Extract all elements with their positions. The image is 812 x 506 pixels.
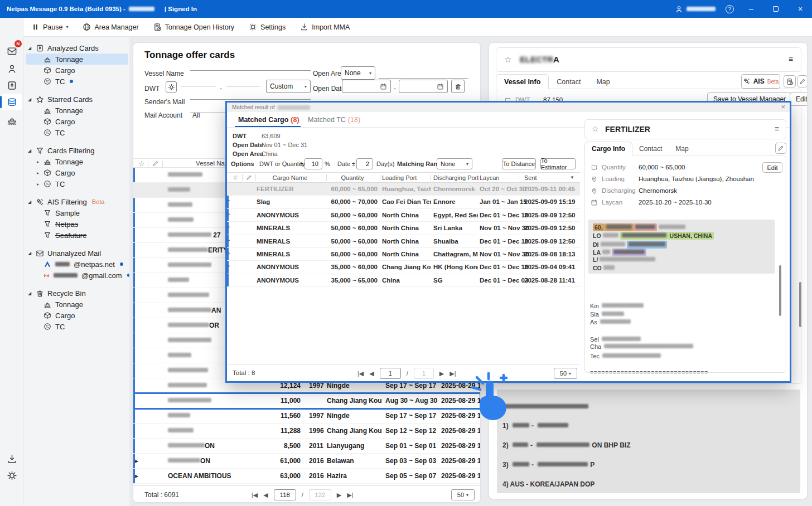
quantity-tolerance-input[interactable]: 10 [304,158,322,169]
clear-dates-button[interactable] [451,80,465,93]
expander-icon[interactable]: ◢ [28,200,32,205]
maximize-button[interactable] [768,2,783,16]
expand-arrow-icon[interactable]: ▶ [227,225,230,228]
minimize-button[interactable]: – [744,2,758,16]
rail-vessels-button[interactable] [2,111,22,128]
expand-arrow-icon[interactable]: ▶ [135,459,138,464]
edit-button[interactable]: Edit [762,162,782,173]
star-column-icon[interactable]: ☆ [138,159,145,168]
sidebar-item-tc[interactable]: TC [23,76,129,87]
expander-icon[interactable]: ◢ [28,46,32,51]
vessel-name-input[interactable] [190,60,311,71]
discharging-port-header[interactable]: Discharging Port [433,174,478,181]
sidebar-section-recycle-bin[interactable]: ◢Recycle Bin [23,288,129,299]
close-button[interactable]: × [793,2,808,16]
tab-contact[interactable]: Contact [632,142,669,155]
sidebar-item-sample[interactable]: Sample [23,207,129,218]
to-distance-button[interactable]: To Distance [502,158,536,169]
prev-page-button[interactable]: ◀ [263,492,268,499]
tab-matched-cargo[interactable]: Matched Cargo(8) [238,116,299,124]
cargo-row[interactable]: ▶Slag60,000 ~ 70,000Cao Fei Dian Termi..… [227,196,580,208]
sidebar-section-unanalyzed-mail[interactable]: ◢Unanalyzed Mail [23,247,129,259]
note-column-icon[interactable] [246,174,252,181]
sidebar-item-tc[interactable]: TC [23,127,129,138]
toolbar-tonnage-open-history-button[interactable]: Tonnage Open History [153,23,234,31]
first-page-button[interactable]: |◀ [252,492,258,499]
loading-port-header[interactable]: Loading Port [382,174,417,181]
next-page-button[interactable]: ▶ [439,370,444,377]
toolbar-pause-button[interactable]: Pause▾ [31,23,68,31]
sidebar-item--gmail-com[interactable]: @gmail.com [23,270,129,281]
cargo-name-header[interactable]: Cargo Name [257,174,323,181]
collapsed-arrow-icon[interactable]: ▸ [37,159,39,164]
open-date-from-input[interactable] [342,80,391,93]
open-area-select[interactable]: None▾ [341,66,375,80]
scrollbar-thumb[interactable] [779,265,781,316]
cargo-row[interactable]: ANONYMOUS35,000 ~ 65,000ChinaSGDec 01 ~ … [227,274,580,287]
expand-arrow-icon[interactable]: ▶ [227,212,230,216]
table-row[interactable]: 11,2881996Chang Jiang KouSep 12 ~ Sep 12… [133,424,481,439]
tab-contact[interactable]: Contact [549,75,588,89]
sidebar-item-cargo[interactable]: Cargo [23,116,129,127]
rail-settings-button[interactable] [2,467,22,484]
sidebar-section-starred-cards[interactable]: ◢Starred Cards [23,94,129,105]
sidebar-item-tonnage[interactable]: Tonnage [26,53,128,65]
last-page-button[interactable]: ▶| [347,492,353,499]
expand-arrow-icon[interactable]: ▶ [135,474,138,479]
star-icon[interactable]: ☆ [592,124,599,133]
collapsed-arrow-icon[interactable]: ▸ [37,182,39,187]
cargo-row[interactable]: FERTILIZER60,000 ~ 65,000Huanghua, Taizh… [227,183,580,196]
menu-icon[interactable]: ≡ [789,55,793,64]
toolbar-area-manager-button[interactable]: Area Manager [83,23,138,31]
sidebar-item-cargo[interactable]: Cargo [23,310,129,321]
toolbar-settings-button[interactable]: Settings [249,23,286,31]
expand-arrow-icon[interactable]: ▶ [227,264,230,267]
sidebar-item-seafuture[interactable]: Seafuture [23,230,129,241]
modal-close-icon[interactable]: × [781,103,785,111]
senders-mail-input[interactable] [190,89,311,100]
sidebar-item-netpas[interactable]: Netpas [23,218,129,230]
current-page-input[interactable]: 1 [380,368,401,379]
expand-arrow-icon[interactable]: ▶ [227,198,230,202]
page-size-select[interactable]: 50 ▾ [451,489,475,500]
cargo-row[interactable]: ▶ANONYMOUS35,000 ~ 60,000Chang Jiang Kou… [227,261,580,274]
dwt-from-input[interactable] [181,75,216,86]
cargo-row[interactable]: ▶MINERALS50,000 ~ 60,000North ChinaSri L… [227,222,580,235]
star-icon[interactable]: ☆ [504,55,511,65]
expander-icon[interactable]: ◢ [28,291,32,296]
star-column-icon[interactable]: ☆ [233,174,238,181]
table-row[interactable]: 11,000Chang Jiang KouAug 30 ~ Aug 302025… [133,393,481,408]
laycan-header[interactable]: Laycan [480,174,499,181]
history-button[interactable] [784,75,796,87]
tab-matched-tc[interactable]: Matched TC(18) [308,116,360,124]
date-tolerance-input[interactable]: 2 [356,158,373,169]
table-row[interactable]: 11,5601997NingdeSep 17 ~ Sep 172025-08-2… [133,408,481,424]
dwt-to-input[interactable] [226,75,260,86]
rail-cards-database-button[interactable] [2,94,22,110]
tab-map[interactable]: Map [669,142,695,155]
cargo-row[interactable]: ▶MINERALS50,000 ~ 60,000North ChinaChatt… [227,248,580,261]
first-page-button[interactable]: |◀ [357,370,364,377]
quantity-header[interactable]: Quantity [327,174,378,181]
expand-arrow-icon[interactable]: ▶ [227,238,230,242]
cargo-row[interactable]: ▶ANONYMOUS50,000 ~ 60,000North ChinaEgyp… [227,209,580,222]
edit-button[interactable]: Edit [790,93,808,106]
rail-download-button[interactable] [2,450,22,467]
ais-button[interactable]: AIS Beta [741,74,780,89]
collapsed-arrow-icon[interactable]: ▸ [37,171,39,176]
tab-vessel-info[interactable]: Vessel Info [496,74,549,89]
modal-titlebar[interactable]: Matched result of [227,103,790,112]
sidebar-item-tonnage[interactable]: ▸Tonnage [23,156,129,167]
table-row[interactable]: ▶ON61,0002016BelawanSep 03 ~ Sep 032025-… [133,454,481,469]
expander-icon[interactable]: ◢ [28,251,32,256]
sidebar-item-cargo[interactable]: Cargo [23,65,129,76]
rail-contacts-button[interactable] [2,60,22,77]
note-column-icon[interactable] [152,160,159,167]
sent-header[interactable]: Sent [524,174,537,181]
next-page-button[interactable]: ▶ [337,492,341,499]
sidebar-item--netpas-net[interactable]: @netpas.net [23,259,129,270]
sidebar-item-tonnage[interactable]: Tonnage [23,105,129,116]
rail-analyzed-cards-button[interactable] [2,77,22,94]
open-area-input[interactable] [379,67,468,79]
expand-arrow-icon[interactable]: ▶ [227,251,230,255]
